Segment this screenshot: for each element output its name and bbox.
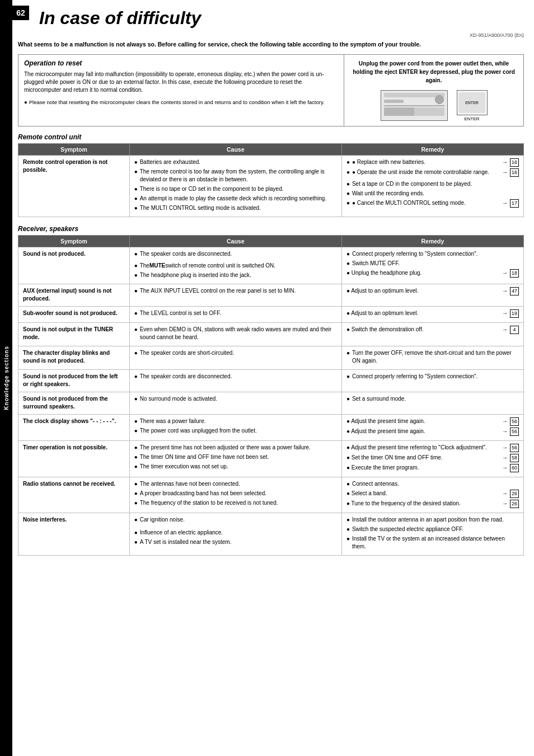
table-row: Remote control operation is not possible… [18, 155, 524, 217]
remedy-item: Connect antennas. [346, 480, 519, 488]
cause-item: The MUTE switch of remote control unit i… [134, 262, 337, 270]
model-ref: XD-951/A900/A700 (En) [18, 32, 524, 38]
symptom-cell: Sound is not produced. [18, 247, 130, 284]
remedy-item: ● Adjust to an optimum level. →47 [346, 287, 519, 295]
cause-item: The antennas have not been connected. [134, 480, 337, 488]
cause-cell: The LEVEL control is set to OFF. [129, 306, 341, 322]
reset-title: Operation to reset [24, 59, 338, 67]
main-content: 62 In case of difficulty XD-951/A900/A70… [12, 0, 534, 575]
cause-cell: The speaker cords are short-circuited. [129, 346, 341, 369]
symptom-cell: The clock display shows "- - : - - -". [18, 414, 130, 440]
remote-control-table: Symptom Cause Remedy Remote control oper… [18, 143, 524, 217]
cause-item: The MULTI CONTROL setting mode is activa… [134, 204, 337, 212]
sidebar-label: Knowledge sections [3, 346, 10, 410]
remedy-item: ● Adjust the present time again. →56 [346, 428, 519, 436]
symptom-cell: Timer operation is not possible. [18, 440, 130, 477]
receiver-col-symptom: Symptom [18, 235, 130, 247]
cause-item: The LEVEL control is set to OFF. [134, 309, 337, 317]
remedy-cell: ● Replace with new batteries. →16 ● Oper… [341, 155, 523, 217]
remedy-item: ● Unplug the headphone plug. →18 [346, 269, 519, 278]
remote-control-section: Remote control unit Symptom Cause Remedy… [18, 133, 524, 217]
main-unit-illustration [381, 90, 448, 121]
cause-item: The power cord was unplugged from the ou… [134, 427, 337, 435]
remedy-item: Switch MUTE OFF. [346, 260, 519, 267]
page-title: In case of difficulty [39, 8, 201, 28]
cause-item: The timer execution was not set up. [134, 463, 337, 471]
page-number: 62 [12, 6, 29, 20]
remedy-item: ● Execute the timer program. →60 [346, 464, 519, 472]
cause-item: Batteries are exhausted. [134, 158, 337, 166]
reset-right: Unplug the power cord from the power out… [344, 55, 523, 126]
remedy-item: ● Adjust to an optimum level. →19 [346, 309, 519, 318]
remedy-ref: →16 [502, 158, 519, 167]
remedy-item: Switch the suspected electric appliance … [346, 525, 519, 533]
cause-item: The speaker cords are disconnected. [134, 250, 337, 258]
remedy-item: ● Set the timer ON time and OFF time. →5… [346, 454, 519, 462]
table-row: Sound is not produced. The speaker cords… [18, 247, 524, 284]
receiver-section: Receiver, speakers Symptom Cause Remedy … [18, 225, 524, 556]
cause-item: The timer ON time and OFF time have not … [134, 453, 337, 461]
cause-item: The present time has not been adjusted o… [134, 444, 337, 452]
sidebar: Knowledge sections [0, 0, 12, 756]
reset-note: Please note that resetting the microcomp… [24, 98, 338, 106]
receiver-col-remedy: Remedy [341, 235, 523, 247]
cause-item: The remote control is too far away from … [134, 168, 337, 184]
cause-item: No surround mode is activated. [134, 395, 337, 403]
remote-illustration: ENTER ENTER [457, 90, 488, 121]
cause-item: The speaker cords are disconnected. [134, 373, 337, 381]
cause-item: Car ignition noise. [134, 516, 337, 524]
symptom-cell: Sound is not output in the TUNER mode. [18, 322, 130, 346]
remedy-ref: →26 [502, 500, 519, 508]
receiver-table: Symptom Cause Remedy Sound is not produc… [18, 235, 524, 556]
remedy-ref: →56 [502, 428, 519, 436]
remedy-item: Turn the power OFF, remove the short-cir… [346, 349, 519, 365]
cause-item: The AUX INPUT LEVEL control on the rear … [134, 287, 337, 295]
remedy-cell: Connect properly referring to "System co… [341, 369, 523, 392]
remedy-item: Set a tape or CD in the component to be … [346, 180, 519, 188]
cause-item: A proper broadcasting band has not been … [134, 490, 337, 497]
cause-cell: Batteries are exhausted. The remote cont… [129, 155, 341, 217]
table-row: Sub-woofer sound is not produced. The LE… [18, 306, 524, 322]
symptom-cell: Sub-woofer sound is not produced. [18, 306, 130, 322]
remedy-ref: →47 [502, 287, 519, 295]
remedy-item: Install the TV or the system at an incre… [346, 535, 519, 551]
enter-label: ENTER [457, 116, 488, 121]
remote-col-symptom: Symptom [18, 143, 130, 155]
table-row: The character display blinks and sound i… [18, 346, 524, 369]
reset-left: Operation to reset The microcomputer may… [18, 55, 344, 126]
page-wrapper: Knowledge sections 62 In case of difficu… [0, 0, 534, 756]
remedy-ref: →56 [502, 417, 519, 426]
remedy-item: Install the outdoor antenna in an apart … [346, 516, 519, 524]
remedy-cell: ● Switch the demonstration off. →4 [341, 322, 523, 346]
remedy-ref: →4 [502, 326, 519, 334]
cause-cell: The antennas have not been connected. A … [129, 477, 341, 513]
symptom-cell: The character display blinks and sound i… [18, 346, 130, 369]
remedy-item: Wait until the recording ends. [346, 190, 519, 198]
table-row: Radio stations cannot be received. The a… [18, 477, 524, 513]
cause-item: Even when DEMO is ON, stations with weak… [134, 326, 337, 341]
cause-cell: The present time has not been adjusted o… [129, 440, 341, 477]
remedy-ref: →56 [502, 444, 519, 452]
remedy-cell: Connect antennas. ● Select a band. →26 ●… [341, 477, 523, 513]
remedy-ref: →17 [502, 199, 519, 208]
remedy-item: Connect properly referring to "System co… [346, 250, 519, 258]
cause-item: A TV set is installed near the system. [134, 538, 337, 546]
remedy-cell: Install the outdoor antenna in an apart … [341, 513, 523, 555]
remedy-item: ● Select a band. →26 [346, 490, 519, 498]
cause-item: There is no tape or CD set in the compon… [134, 185, 337, 193]
symptom-cell: Sound is not produced from the surround … [18, 392, 130, 414]
cause-cell: Car ignition noise. Influence of an elec… [129, 513, 341, 555]
receiver-title: Receiver, speakers [18, 225, 524, 233]
remedy-cell: ● Adjust the present time again. →56 ● A… [341, 414, 523, 440]
symptom-cell: Noise interferes. [18, 513, 130, 555]
device-box-enter: ENTER [457, 90, 488, 115]
remedy-item: ● Adjust the present time again. →56 [346, 417, 519, 426]
remedy-cell: ● Adjust the present time referring to "… [341, 440, 523, 477]
remedy-cell: ● Adjust to an optimum level. →19 [341, 306, 523, 322]
remote-control-title: Remote control unit [18, 133, 524, 141]
remedy-item: ● Switch the demonstration off. →4 [346, 326, 519, 334]
table-row: Timer operation is not possible. The pre… [18, 440, 524, 477]
remedy-ref: →16 [502, 168, 519, 177]
cause-item: Influence of an electric appliance. [134, 529, 337, 537]
remote-col-cause: Cause [129, 143, 341, 155]
